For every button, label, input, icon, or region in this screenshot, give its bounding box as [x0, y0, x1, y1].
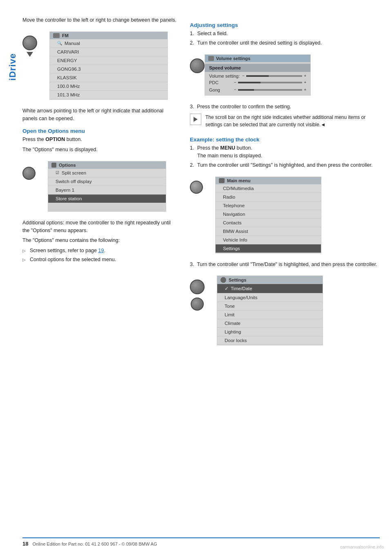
example-steps: 1.Press the MENU button.The main menu is… [190, 144, 380, 169]
pdc-row: PDC − + [205, 79, 310, 86]
bullet-item-1: Screen settings, refer to page 19. [22, 247, 178, 255]
adjust-step-1: 1.Select a field. [190, 30, 380, 38]
main-menu-body: CD/Multimedia Radio Telephone Navigation… [216, 184, 321, 253]
step3-text: 3. Press the controller to confirm the s… [190, 103, 380, 111]
fm-row-6: 101.3 MHz [50, 91, 167, 99]
gong-minus-icon: − [234, 87, 236, 92]
slider-plus-icon: + [304, 74, 306, 78]
options-row-store: Store station [48, 195, 166, 203]
settings-title-bar: Settings [217, 276, 323, 284]
options-title: Options [59, 163, 76, 168]
gong-track [238, 89, 302, 91]
pdc-track [238, 82, 302, 83]
fm-row-1: CARIVARI [50, 48, 167, 56]
volume-screen: Volume settings Speed volume Volume sett… [205, 54, 311, 96]
settings-gear-icon [220, 277, 226, 283]
fm-title: FM [62, 33, 69, 38]
main-menu-screen: Main menu CD/Multimedia Radio Telephone … [215, 177, 321, 253]
slider-track-vol [246, 75, 302, 77]
fm-icon [53, 33, 60, 38]
settings-tone: Tone [217, 302, 323, 311]
gong-row: Gong − + [205, 86, 310, 94]
search-icon: 🔍 [57, 41, 62, 45]
options-dial-side [22, 165, 36, 180]
volume-title-bar: Volume settings [205, 55, 310, 62]
options-controller-dial [22, 167, 36, 180]
speed-volume-row: Speed volume [205, 64, 310, 72]
options-screen-wrapper: Options ☑ Split screen Switch off displa… [22, 157, 178, 216]
open-options-p2: The "Options" menu is displayed. [22, 146, 178, 154]
split-screen-label: Split screen [62, 170, 86, 175]
fm-row-5: 100.0 MHz [50, 82, 167, 91]
fm-screen-body: 🔍 Manual CARIVARI ENERGY GONG96.3 KLASSI… [50, 39, 167, 99]
menu-vehicle-info: Vehicle Info [216, 236, 321, 244]
adjusting-steps: 1.Select a field. 2.Turn the controller … [190, 30, 380, 47]
settings-screen-body: ✓ Time/Date Language/Units Tone Limit Cl… [217, 284, 323, 345]
fm-title-bar: FM [50, 32, 167, 39]
fm-row-4: KLASSIK [50, 74, 167, 82]
fm-screen: FM 🔍 Manual CARIVARI ENERGY GONG96.3 KLA… [49, 31, 168, 100]
footer: 18 Online Edition for Part no. 01 41 2 6… [22, 537, 380, 547]
intro-text: Move the controller to the left or right… [22, 16, 178, 24]
time-date-label: Time/Date [231, 286, 252, 291]
triangle-box [190, 114, 201, 125]
settings-language: Language/Units [217, 293, 323, 302]
copyright-text: Online Edition for Part no. 01 41 2 600 … [32, 542, 157, 546]
adjusting-heading: Adjusting settings [190, 22, 380, 28]
options-icon [51, 163, 56, 168]
triangle-right-icon [194, 117, 198, 122]
volume-body: Speed volume Volume setting: − + [205, 62, 310, 95]
options-spacer [48, 203, 166, 211]
volume-slider: − + [242, 74, 306, 78]
settings-title: Settings [229, 278, 246, 282]
slider-minus-icon: − [242, 74, 245, 78]
gong-fill [238, 89, 254, 91]
adjust-step-2: 2.Turn the controller until the desired … [190, 39, 380, 47]
page-link[interactable]: 19 [98, 248, 104, 253]
example-step-2: 2.Turn the controller until "Settings" i… [190, 161, 380, 169]
menu-bmw-assist: BMW Assist [216, 227, 321, 236]
open-options-heading: Open the Options menu [22, 128, 178, 134]
pdc-slider: − + [234, 80, 306, 85]
settings-climate: Climate [217, 319, 323, 328]
page-container: iDrive Move the controller to the left o… [0, 0, 392, 555]
fm-row-2: ENERGY [50, 56, 167, 65]
gong-slider: − + [234, 87, 306, 92]
checkbox-icon: ☑ [56, 170, 59, 175]
pdc-minus-icon: − [234, 80, 236, 85]
white-arrows-text: White arrows pointing to the left or rig… [22, 107, 178, 123]
options-row-switch: Switch off display [48, 177, 166, 186]
volume-setting-label-row: Volume setting: − + [205, 72, 310, 79]
gong-plus-icon: + [304, 87, 306, 92]
main-menu-wrapper: Main menu CD/Multimedia Radio Telephone … [190, 172, 380, 257]
pdc-plus-icon: + [304, 80, 306, 85]
volume-icon [208, 56, 214, 61]
settings-dial-left [190, 280, 205, 294]
fm-row-manual: 🔍 Manual [50, 39, 167, 48]
options-row-split: ☑ Split screen [48, 169, 166, 177]
options-row-bayern: Bayern 1 [48, 186, 166, 195]
main-menu-title: Main menu [227, 178, 250, 183]
volume-screen-wrapper: Volume settings Speed volume Volume sett… [190, 50, 380, 100]
scroll-note: The scroll bar on the right side indicat… [205, 114, 380, 128]
menu-navigation: Navigation [216, 210, 321, 219]
settings-screen-wrapper: Settings ✓ Time/Date Language/Units Tone… [190, 271, 380, 349]
example-step-1: 1.Press the MENU button.The main menu is… [190, 144, 380, 160]
settings-dial-right [191, 298, 204, 311]
sidebar-label: iDrive [7, 53, 18, 81]
pdc-fill [238, 82, 261, 83]
menu-settings: Settings [216, 244, 321, 253]
gear-dial [190, 181, 203, 194]
settings-dial-side [190, 280, 205, 311]
volume-dial-side [190, 58, 205, 73]
right-column: Adjusting settings 1.Select a field. 2.T… [190, 16, 380, 353]
fm-dial-side [22, 36, 37, 57]
menu-contacts: Contacts [216, 219, 321, 227]
options-title-bar: Options [48, 161, 166, 169]
options-screen-body: ☑ Split screen Switch off display Bayern… [48, 169, 166, 211]
bullet-item-2: Control options for the selected menu. [22, 256, 178, 264]
gong-label: Gong [209, 87, 232, 92]
controller-dial [22, 36, 37, 50]
settings-limit: Limit [217, 311, 323, 319]
volume-dial [190, 58, 205, 73]
